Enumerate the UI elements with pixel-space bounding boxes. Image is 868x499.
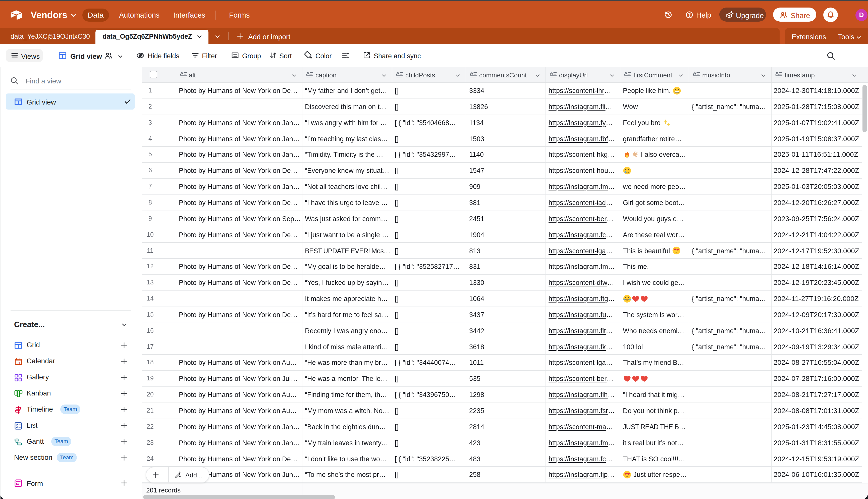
svg-text:31: 31 bbox=[17, 361, 20, 365]
